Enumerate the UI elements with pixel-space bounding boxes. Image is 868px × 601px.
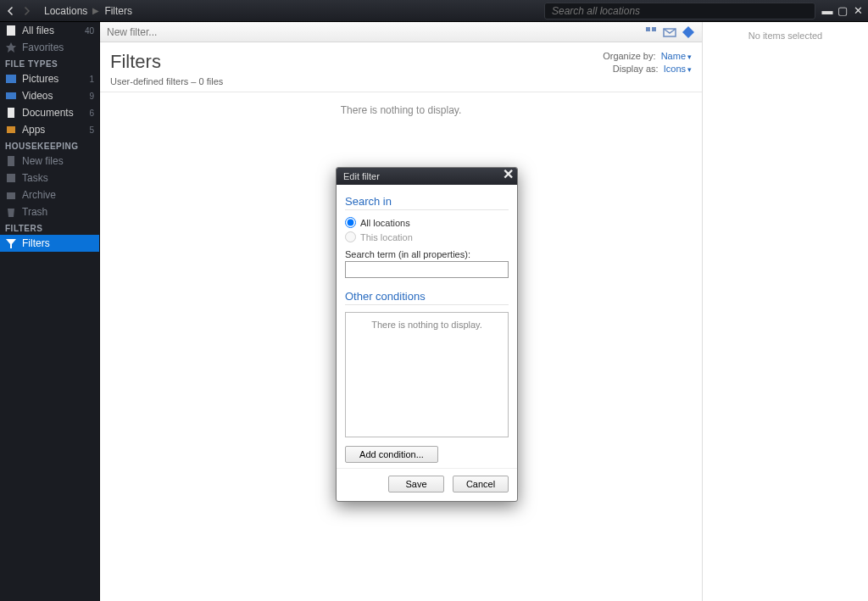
filter-icon bbox=[5, 237, 17, 249]
radio-input[interactable] bbox=[345, 231, 356, 242]
page-subtitle: User-defined filters – 0 files bbox=[110, 76, 603, 86]
sidebar-item-label: Documents bbox=[22, 107, 86, 119]
svg-rect-6 bbox=[8, 156, 14, 166]
display-as-label: Display as: bbox=[613, 64, 659, 74]
conditions-list: There is nothing to display. bbox=[345, 312, 509, 437]
sidebar-item-pictures[interactable]: Pictures 1 bbox=[0, 70, 99, 87]
sidebar-item-archive[interactable]: Archive bbox=[0, 186, 99, 203]
sidebar-item-label: Favorites bbox=[22, 42, 94, 53]
sidebar-item-label: Filters bbox=[22, 237, 94, 249]
svg-rect-3 bbox=[6, 92, 16, 99]
sidebar: All files 40 Favorites FILE TYPES Pictur… bbox=[0, 22, 100, 601]
sidebar-item-label: Tasks bbox=[22, 172, 94, 184]
tasks-icon bbox=[5, 172, 17, 184]
sidebar-item-documents[interactable]: Documents 6 bbox=[0, 104, 99, 121]
display-as-dropdown[interactable]: Icons▾ bbox=[664, 64, 692, 74]
radio-label: All locations bbox=[360, 218, 410, 228]
sidebar-item-count: 5 bbox=[89, 125, 94, 135]
svg-marker-1 bbox=[6, 42, 16, 53]
sidebar-section-header: HOUSEKEEPING bbox=[0, 138, 99, 153]
sidebar-item-filters[interactable]: Filters bbox=[0, 235, 99, 252]
video-icon bbox=[5, 90, 17, 102]
sidebar-item-label: Videos bbox=[22, 90, 86, 102]
add-condition-button[interactable]: Add condition... bbox=[345, 446, 438, 463]
minimize-button[interactable]: ▬ bbox=[821, 5, 834, 17]
no-selection-label: No items selected bbox=[748, 31, 822, 41]
sidebar-item-tasks[interactable]: Tasks bbox=[0, 170, 99, 186]
breadcrumb-item[interactable]: Filters bbox=[104, 5, 132, 17]
caret-down-icon: ▾ bbox=[687, 53, 692, 61]
info-icon[interactable] bbox=[682, 25, 695, 39]
sidebar-item-trash[interactable]: Trash bbox=[0, 203, 99, 220]
sidebar-item-label: Apps bbox=[22, 124, 86, 136]
organize-by-label: Organize by: bbox=[603, 51, 655, 61]
sidebar-item-favorites[interactable]: Favorites bbox=[0, 39, 99, 56]
svg-rect-8 bbox=[7, 192, 15, 199]
radio-this-location[interactable]: This location bbox=[345, 231, 509, 242]
svg-rect-5 bbox=[7, 126, 15, 133]
sidebar-item-newfiles[interactable]: New files bbox=[0, 153, 99, 170]
search-in-heading: Search in bbox=[345, 195, 509, 210]
svg-rect-11 bbox=[652, 27, 656, 31]
page-title: Filters bbox=[110, 51, 603, 73]
sidebar-section-header: FILE TYPES bbox=[0, 56, 99, 70]
svg-marker-9 bbox=[6, 239, 16, 248]
sidebar-item-apps[interactable]: Apps 5 bbox=[0, 121, 99, 138]
sidebar-item-count: 6 bbox=[89, 109, 94, 118]
search-term-label: Search term (in all properties): bbox=[345, 249, 509, 259]
empty-message: There is nothing to display. bbox=[100, 104, 702, 116]
svg-rect-7 bbox=[7, 174, 15, 182]
sidebar-item-label: All files bbox=[22, 25, 81, 36]
sidebar-item-label: Pictures bbox=[22, 73, 86, 85]
toolbar: New filter... bbox=[100, 22, 702, 42]
other-conditions-heading: Other conditions bbox=[345, 290, 509, 305]
forward-button[interactable] bbox=[19, 4, 33, 18]
caret-down-icon: ▾ bbox=[687, 65, 692, 74]
cancel-button[interactable]: Cancel bbox=[453, 476, 509, 492]
newfiles-icon bbox=[5, 155, 17, 167]
sidebar-item-count: 9 bbox=[89, 92, 94, 101]
close-button[interactable]: ✕ bbox=[851, 5, 865, 17]
maximize-button[interactable]: ▢ bbox=[836, 5, 849, 17]
svg-rect-10 bbox=[646, 27, 650, 31]
file-icon bbox=[5, 25, 17, 36]
save-button[interactable]: Save bbox=[388, 476, 444, 492]
back-button[interactable] bbox=[4, 4, 18, 18]
topbar: Locations ▶ Filters ▬ ▢ ✕ bbox=[0, 0, 868, 22]
dialog-titlebar[interactable]: Edit filter ✕ bbox=[337, 168, 517, 185]
nav-arrows bbox=[0, 4, 37, 18]
search-term-input[interactable] bbox=[345, 261, 509, 278]
trash-icon bbox=[5, 206, 17, 218]
new-filter-button[interactable]: New filter... bbox=[107, 26, 157, 38]
dialog-title: Edit filter bbox=[343, 171, 380, 181]
svg-rect-2 bbox=[6, 75, 16, 83]
radio-label: This location bbox=[360, 232, 413, 242]
view-mode-icon[interactable] bbox=[644, 25, 658, 39]
radio-input[interactable] bbox=[345, 217, 356, 228]
mail-icon[interactable] bbox=[663, 25, 676, 39]
organize-by-dropdown[interactable]: Name▾ bbox=[661, 51, 692, 61]
search-input[interactable] bbox=[544, 3, 815, 19]
svg-marker-13 bbox=[682, 26, 694, 38]
radio-all-locations[interactable]: All locations bbox=[345, 217, 509, 228]
sidebar-item-all-files[interactable]: All files 40 bbox=[0, 22, 99, 39]
archive-icon bbox=[5, 189, 17, 201]
conditions-empty-message: There is nothing to display. bbox=[371, 320, 482, 330]
breadcrumb-item[interactable]: Locations bbox=[44, 5, 87, 17]
sidebar-item-videos[interactable]: Videos 9 bbox=[0, 87, 99, 104]
page-header: Filters User-defined filters – 0 files O… bbox=[100, 42, 702, 92]
sidebar-item-count: 40 bbox=[85, 26, 94, 36]
details-pane: No items selected bbox=[703, 22, 868, 601]
apps-icon bbox=[5, 124, 17, 136]
sidebar-section-header: FILTERS bbox=[0, 220, 99, 235]
window-controls: ▬ ▢ ✕ bbox=[821, 5, 865, 17]
svg-rect-0 bbox=[7, 25, 15, 36]
close-icon[interactable]: ✕ bbox=[500, 167, 515, 181]
breadcrumb: Locations ▶ Filters bbox=[44, 5, 132, 17]
sidebar-item-label: New files bbox=[22, 155, 94, 167]
picture-icon bbox=[5, 73, 17, 85]
sidebar-item-label: Archive bbox=[22, 189, 94, 201]
edit-filter-dialog: Edit filter ✕ Search in All locations Th… bbox=[336, 167, 518, 502]
sidebar-item-count: 1 bbox=[89, 75, 94, 84]
chevron-right-icon: ▶ bbox=[92, 6, 99, 15]
